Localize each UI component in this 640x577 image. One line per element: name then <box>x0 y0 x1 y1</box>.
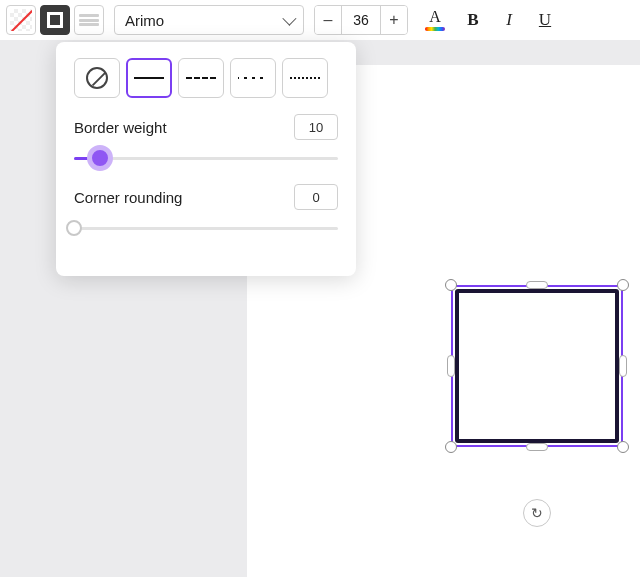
resize-handle-left[interactable] <box>447 355 455 377</box>
font-size-decrease-button[interactable]: – <box>315 6 341 34</box>
rotate-button[interactable]: ↻ <box>523 499 551 527</box>
corner-rounding-thumb[interactable] <box>66 220 82 236</box>
border-style-solid[interactable] <box>126 58 172 98</box>
border-style-dotted[interactable] <box>282 58 328 98</box>
border-weight-value[interactable]: 10 <box>294 114 338 140</box>
corner-rounding-control: Corner rounding 0 <box>74 184 338 240</box>
resize-handle-top-left[interactable] <box>445 279 457 291</box>
corner-rounding-value[interactable]: 0 <box>294 184 338 210</box>
rainbow-icon <box>425 27 445 31</box>
border-style-panel: Border weight 10 Corner rounding 0 <box>56 42 356 276</box>
font-size-value[interactable]: 36 <box>341 6 381 34</box>
resize-handle-right[interactable] <box>619 355 627 377</box>
no-fill-button[interactable] <box>6 5 36 35</box>
lines-icon <box>79 10 99 30</box>
none-icon <box>86 67 108 89</box>
font-size-increase-button[interactable]: + <box>381 6 407 34</box>
text-color-letter: A <box>429 9 441 25</box>
text-color-button[interactable]: A <box>420 5 450 35</box>
chevron-down-icon <box>282 12 296 26</box>
font-size-stepper: – 36 + <box>314 5 408 35</box>
shape-rectangle[interactable] <box>455 289 619 443</box>
border-style-button[interactable] <box>40 5 70 35</box>
border-style-dashed[interactable] <box>178 58 224 98</box>
border-style-short-dash[interactable] <box>230 58 276 98</box>
solid-line-icon <box>134 77 164 79</box>
resize-handle-bottom-left[interactable] <box>445 441 457 453</box>
border-weight-label: Border weight <box>74 119 167 136</box>
corner-rounding-slider[interactable] <box>74 216 338 240</box>
resize-handle-bottom-right[interactable] <box>617 441 629 453</box>
square-outline-icon <box>47 12 63 28</box>
fill-lines-button[interactable] <box>74 5 104 35</box>
font-family-select[interactable]: Arimo <box>114 5 304 35</box>
underline-button[interactable]: U <box>532 5 558 35</box>
border-style-options <box>74 58 338 98</box>
resize-handle-bottom[interactable] <box>526 443 548 451</box>
border-weight-thumb[interactable] <box>87 145 113 171</box>
no-fill-icon <box>10 9 32 31</box>
font-family-label: Arimo <box>125 12 164 29</box>
bold-button[interactable]: B <box>460 5 486 35</box>
toolbar: Arimo – 36 + A B I U <box>0 0 640 40</box>
resize-handle-top-right[interactable] <box>617 279 629 291</box>
rotate-icon: ↻ <box>531 505 543 521</box>
dashed-line-icon <box>186 77 216 79</box>
border-weight-slider[interactable] <box>74 146 338 170</box>
resize-handle-top[interactable] <box>526 281 548 289</box>
corner-rounding-label: Corner rounding <box>74 189 182 206</box>
border-style-none[interactable] <box>74 58 120 98</box>
selected-shape[interactable]: ↻ <box>447 281 627 451</box>
dotted-line-icon <box>290 77 320 79</box>
border-weight-control: Border weight 10 <box>74 114 338 170</box>
short-dash-line-icon <box>238 77 268 79</box>
italic-button[interactable]: I <box>496 5 522 35</box>
